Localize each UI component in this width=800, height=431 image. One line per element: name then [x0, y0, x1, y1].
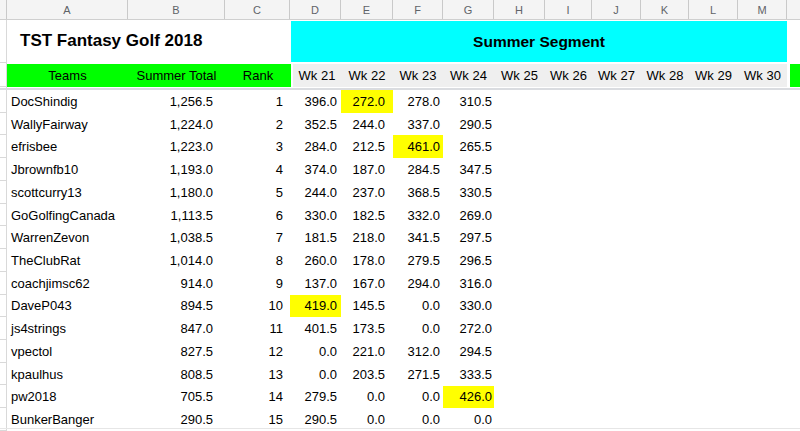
week-score-cell[interactable]: 187.0 [341, 158, 393, 181]
week-score-cell[interactable]: 272.0 [443, 317, 494, 340]
rank-cell[interactable]: 2 [225, 113, 290, 136]
week-score-cell[interactable]: 218.0 [341, 226, 393, 249]
week-score-cell[interactable]: 296.5 [443, 249, 494, 272]
team-name-cell[interactable]: Jbrownfb10 [7, 158, 128, 181]
team-name-cell[interactable]: WallyFairway [7, 113, 128, 136]
team-name-cell[interactable]: DocShindig [7, 90, 128, 113]
week-score-cell[interactable]: 181.5 [290, 226, 341, 249]
summer-total-cell[interactable]: 847.0 [128, 317, 225, 340]
team-name-cell[interactable]: scottcurry13 [7, 181, 128, 204]
sheet-title-cell[interactable]: TST Fantasy Golf 2018 [7, 20, 288, 62]
week-score-cell[interactable]: 279.5 [393, 249, 443, 272]
team-name-cell[interactable]: DaveP043 [7, 295, 128, 318]
rank-cell[interactable]: 3 [225, 135, 290, 158]
week-score-cell[interactable]: 316.0 [443, 272, 494, 295]
column-header-d[interactable]: D [290, 0, 341, 19]
week-score-cell[interactable]: 347.5 [443, 158, 494, 181]
summer-total-cell[interactable]: 894.5 [128, 295, 225, 318]
week-score-cell[interactable]: 294.5 [443, 340, 494, 363]
summer-total-cell[interactable]: 1,256.5 [128, 90, 225, 113]
team-name-cell[interactable]: js4strings [7, 317, 128, 340]
rank-cell[interactable]: 9 [225, 272, 290, 295]
summer-total-cell[interactable]: 1,224.0 [128, 113, 225, 136]
week-header-wk-26[interactable]: Wk 26 [545, 64, 592, 87]
week-score-cell[interactable]: 332.0 [393, 204, 443, 227]
column-header-m[interactable]: M [738, 0, 787, 19]
column-header-i[interactable]: I [545, 0, 592, 19]
week-score-cell[interactable]: 145.5 [341, 295, 393, 318]
column-header-l[interactable]: L [689, 0, 738, 19]
teams-header-cell[interactable]: Teams [7, 64, 128, 87]
week-score-cell[interactable]: 401.5 [290, 317, 341, 340]
week-score-cell[interactable]: 221.0 [341, 340, 393, 363]
rank-cell[interactable]: 5 [225, 181, 290, 204]
week-score-cell[interactable]: 237.0 [341, 181, 393, 204]
column-header-g[interactable]: G [443, 0, 494, 19]
week-score-cell[interactable]: 419.0 [290, 295, 341, 318]
week-score-cell[interactable]: 333.5 [443, 363, 494, 386]
week-score-cell[interactable]: 269.0 [443, 204, 494, 227]
team-name-cell[interactable]: pw2018 [7, 386, 128, 409]
rank-cell[interactable]: 12 [225, 340, 290, 363]
summer-total-cell[interactable]: 1,038.5 [128, 226, 225, 249]
team-name-cell[interactable]: GoGolfingCanada [7, 204, 128, 227]
week-score-cell[interactable]: 173.5 [341, 317, 393, 340]
week-header-wk-24[interactable]: Wk 24 [443, 64, 494, 87]
week-score-cell[interactable]: 0.0 [290, 363, 341, 386]
week-score-cell[interactable]: 396.0 [290, 90, 341, 113]
rank-cell[interactable]: 8 [225, 249, 290, 272]
week-score-cell[interactable]: 368.5 [393, 181, 443, 204]
week-header-wk-30[interactable]: Wk 30 [738, 64, 787, 87]
week-score-cell[interactable]: 341.5 [393, 226, 443, 249]
summer-total-cell[interactable]: 1,180.0 [128, 181, 225, 204]
column-header-c[interactable]: C [225, 0, 290, 19]
week-score-cell[interactable]: 284.0 [290, 135, 341, 158]
summer-total-header-cell[interactable]: Summer Total [128, 64, 225, 87]
week-score-cell[interactable]: 330.0 [443, 295, 494, 318]
week-score-cell[interactable]: 312.0 [393, 340, 443, 363]
summer-total-cell[interactable]: 1,113.5 [128, 204, 225, 227]
week-score-cell[interactable]: 278.0 [393, 90, 443, 113]
week-score-cell[interactable]: 0.0 [393, 295, 443, 318]
week-score-cell[interactable]: 426.0 [443, 386, 494, 409]
week-score-cell[interactable]: 284.5 [393, 158, 443, 181]
summer-total-cell[interactable]: 914.0 [128, 272, 225, 295]
week-score-cell[interactable]: 374.0 [290, 158, 341, 181]
week-score-cell[interactable]: 294.0 [393, 272, 443, 295]
rank-cell[interactable]: 13 [225, 363, 290, 386]
week-header-wk-27[interactable]: Wk 27 [592, 64, 641, 87]
rank-cell[interactable]: 10 [225, 295, 290, 318]
summer-total-cell[interactable]: 1,014.0 [128, 249, 225, 272]
week-header-wk-29[interactable]: Wk 29 [689, 64, 738, 87]
column-header-a[interactable]: A [7, 0, 128, 19]
week-score-cell[interactable]: 260.0 [290, 249, 341, 272]
segment-title-cell[interactable]: Summer Segment [291, 21, 787, 62]
week-score-cell[interactable]: 337.0 [393, 113, 443, 136]
rank-cell[interactable]: 7 [225, 226, 290, 249]
summer-total-cell[interactable]: 1,193.0 [128, 158, 225, 181]
sheet-corner[interactable] [0, 0, 7, 19]
week-score-cell[interactable]: 265.5 [443, 135, 494, 158]
week-score-cell[interactable]: 290.5 [443, 113, 494, 136]
week-header-wk-25[interactable]: Wk 25 [494, 64, 545, 87]
week-score-cell[interactable]: 244.0 [290, 181, 341, 204]
summer-total-cell[interactable]: 827.5 [128, 340, 225, 363]
rank-cell[interactable]: 14 [225, 386, 290, 409]
week-score-cell[interactable]: 178.0 [341, 249, 393, 272]
column-header-b[interactable]: B [128, 0, 225, 19]
week-score-cell[interactable]: 0.0 [341, 386, 393, 409]
week-score-cell[interactable]: 279.5 [290, 386, 341, 409]
rank-cell[interactable]: 11 [225, 317, 290, 340]
week-score-cell[interactable]: 167.0 [341, 272, 393, 295]
column-header-h[interactable]: H [494, 0, 545, 19]
team-name-cell[interactable]: vpectol [7, 340, 128, 363]
week-header-wk-23[interactable]: Wk 23 [393, 64, 443, 87]
week-score-cell[interactable]: 212.5 [341, 135, 393, 158]
rank-cell[interactable]: 4 [225, 158, 290, 181]
rank-header-cell[interactable]: Rank [225, 64, 291, 87]
week-score-cell[interactable]: 244.0 [341, 113, 393, 136]
rank-cell[interactable]: 6 [225, 204, 290, 227]
summer-total-cell[interactable]: 705.5 [128, 386, 225, 409]
week-score-cell[interactable]: 0.0 [290, 340, 341, 363]
summer-total-cell[interactable]: 1,223.0 [128, 135, 225, 158]
